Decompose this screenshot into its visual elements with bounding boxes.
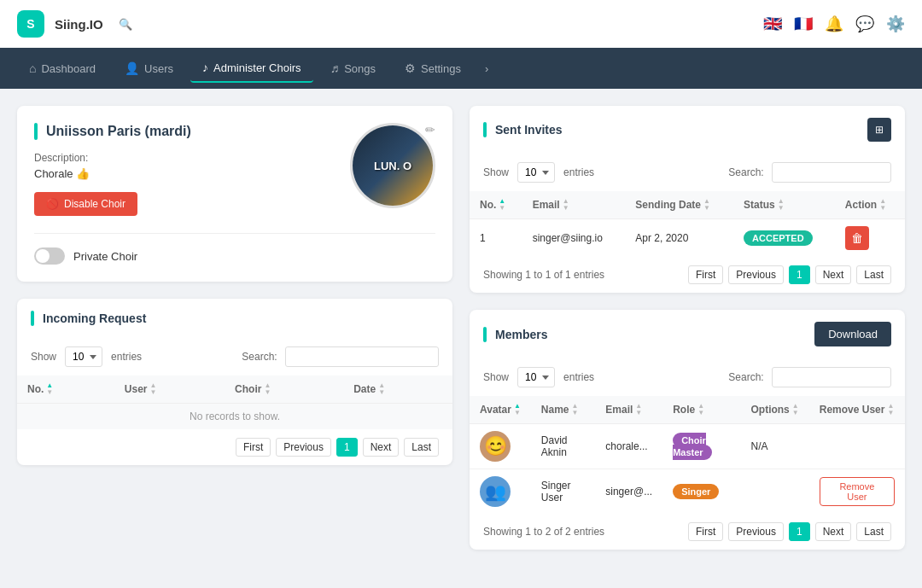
- show-label-members: Show: [483, 371, 509, 383]
- search-input-members[interactable]: [772, 367, 891, 387]
- member-remove: [809, 424, 905, 469]
- members-header: Members Download: [470, 310, 905, 358]
- members-table: Avatar ▲▼ Name ▲▼ Email: [470, 396, 905, 514]
- chat-icon[interactable]: 💬: [855, 15, 874, 33]
- flag-uk[interactable]: 🇬🇧: [763, 15, 782, 33]
- member-options: N/A: [740, 424, 808, 469]
- col-header-date: Date ▲▼: [343, 376, 452, 404]
- logo-text: Siing.IO: [55, 17, 103, 32]
- sent-invites-table: No. ▲▼ Email ▲▼ Sending: [470, 191, 905, 257]
- incoming-request-title: Incoming Request: [31, 311, 146, 326]
- dashboard-icon: ⌂: [29, 61, 36, 75]
- nav-item-administer-choirs[interactable]: ♪ Administer Choirs: [190, 54, 313, 83]
- role-badge: Singer: [673, 484, 719, 499]
- incoming-request-header: Incoming Request: [17, 299, 452, 338]
- members-pagination: Showing 1 to 2 of 2 entries First Previo…: [470, 514, 905, 550]
- search-label-invites: Search:: [728, 166, 763, 178]
- search-icon[interactable]: 🔍: [114, 12, 137, 36]
- invites-first-btn[interactable]: First: [688, 265, 723, 284]
- search-area-invites: Search:: [728, 162, 891, 183]
- sent-invites-header: Sent Invites ⊞: [470, 106, 905, 154]
- private-choir-toggle[interactable]: [34, 247, 65, 265]
- invites-showing-text: Showing 1 to 1 of 1 entries: [483, 269, 604, 281]
- no-records-row: No records to show.: [17, 404, 452, 430]
- choir-avatar: LUN. O: [350, 123, 435, 208]
- col-header-options: Options ▲▼: [740, 396, 808, 424]
- choirs-icon: ♪: [202, 61, 208, 74]
- expand-icon[interactable]: ⊞: [867, 118, 891, 142]
- right-column: Sent Invites ⊞ Show 102550 entries Searc…: [470, 106, 905, 550]
- block-icon: 🚫: [46, 198, 59, 210]
- show-entries-select-invites[interactable]: 102550: [517, 162, 555, 183]
- download-button[interactable]: Download: [814, 322, 891, 346]
- col-header-date-inv: Sending Date ▲▼: [625, 191, 733, 219]
- member-name: David Aknin: [531, 424, 595, 469]
- members-page-btn[interactable]: 1: [789, 522, 810, 541]
- member-email-2: singer@...: [595, 469, 662, 515]
- notification-icon[interactable]: 🔔: [825, 15, 843, 33]
- first-page-btn[interactable]: First: [236, 438, 271, 457]
- members-controls: Show 102550 entries Search:: [470, 358, 905, 396]
- nav-item-settings[interactable]: ⚙ Settings: [393, 55, 473, 82]
- private-choir-row: Private Choir: [34, 233, 435, 265]
- topbar: S Siing.IO 🔍 🇬🇧 🇫🇷 🔔 💬 ⚙️: [0, 0, 922, 48]
- members-card: Members Download Show 102550 entries Sea…: [470, 310, 905, 550]
- search-label-members: Search:: [728, 371, 763, 383]
- members-prev-btn[interactable]: Previous: [728, 522, 784, 541]
- search-input[interactable]: [285, 346, 439, 367]
- incoming-request-table: No. ▲▼ User ▲▼ Choir: [17, 376, 452, 429]
- last-page-btn[interactable]: Last: [404, 438, 439, 457]
- avatar: 👥: [480, 476, 511, 507]
- current-page-btn[interactable]: 1: [336, 438, 358, 457]
- nav-more-icon[interactable]: ›: [478, 55, 495, 82]
- col-header-role: Role ▲▼: [662, 396, 740, 424]
- show-entries-select[interactable]: 102550: [65, 346, 102, 367]
- col-header-email: Email ▲▼: [595, 396, 662, 424]
- nav-item-users[interactable]: 👤 Users: [113, 55, 185, 82]
- invite-no: 1: [470, 219, 522, 258]
- members-next-btn[interactable]: Next: [815, 522, 852, 541]
- member-remove-2: Remove User: [809, 469, 905, 515]
- delete-invite-button[interactable]: 🗑: [845, 226, 869, 250]
- member-name-2: Singer User: [531, 469, 595, 515]
- show-entries-select-members[interactable]: 102550: [517, 367, 555, 387]
- settings-icon[interactable]: ⚙️: [886, 15, 905, 33]
- next-page-btn[interactable]: Next: [363, 438, 400, 457]
- members-first-btn[interactable]: First: [688, 522, 723, 541]
- invites-prev-btn[interactable]: Previous: [728, 265, 784, 284]
- topbar-right: 🇬🇧 🇫🇷 🔔 💬 ⚙️: [763, 15, 905, 33]
- songs-icon: ♬: [330, 61, 340, 75]
- nav-item-dashboard[interactable]: ⌂ Dashboard: [17, 55, 108, 82]
- avatar: 😊: [480, 431, 511, 462]
- previous-page-btn[interactable]: Previous: [276, 438, 331, 457]
- incoming-pagination: First Previous 1 Next Last: [17, 429, 452, 465]
- nav-item-songs[interactable]: ♬ Songs: [318, 55, 388, 82]
- entries-label-invites: entries: [563, 166, 594, 178]
- members-title: Members: [483, 327, 547, 342]
- member-avatar-cell-2: 👥: [470, 469, 531, 515]
- disable-choir-button[interactable]: 🚫 Disable Choir: [34, 192, 137, 216]
- member-options-2: [740, 469, 808, 515]
- col-header-email-inv: Email ▲▼: [522, 191, 626, 219]
- entries-label-members: entries: [563, 371, 594, 383]
- incoming-table-controls: Show 102550 entries Search:: [17, 338, 452, 376]
- flag-fr[interactable]: 🇫🇷: [794, 15, 813, 33]
- col-header-remove-user: Remove User ▲▼: [809, 396, 905, 424]
- invite-action: 🗑: [835, 219, 905, 258]
- table-row: 😊 David Aknin chorale... Choir Master N/…: [470, 424, 905, 469]
- invites-pagination: Showing 1 to 1 of 1 entries First Previo…: [470, 257, 905, 293]
- member-email: chorale...: [595, 424, 662, 469]
- description-value: Chorale 👍: [34, 167, 333, 180]
- invites-next-btn[interactable]: Next: [815, 265, 852, 284]
- col-header-no-inv: No. ▲▼: [470, 191, 522, 219]
- invites-last-btn[interactable]: Last: [856, 265, 891, 284]
- private-choir-label: Private Choir: [73, 250, 137, 263]
- remove-user-button[interactable]: Remove User: [820, 477, 895, 506]
- members-last-btn[interactable]: Last: [856, 522, 891, 541]
- search-area: Search:: [242, 346, 439, 367]
- search-input-invites[interactable]: [772, 162, 891, 183]
- users-icon: 👤: [125, 61, 139, 75]
- invites-page-btn[interactable]: 1: [789, 265, 810, 284]
- description-label: Description:: [34, 152, 333, 164]
- members-showing-text: Showing 1 to 2 of 2 entries: [483, 526, 604, 538]
